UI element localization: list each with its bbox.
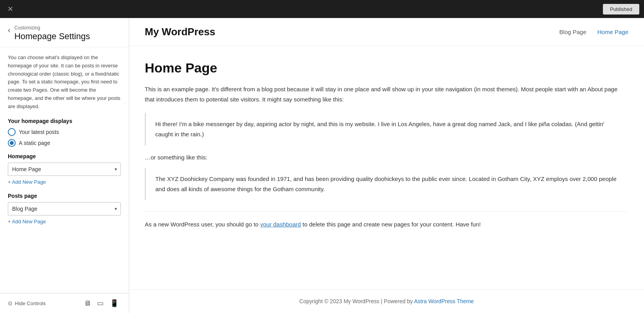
sidebar-content: You can choose what's displayed on the h… xyxy=(0,47,129,293)
footer-cta: As a new WordPress user, you should go t… xyxy=(145,219,628,230)
published-button[interactable]: Published xyxy=(603,4,639,14)
sidebar-bottom: ⊙ Hide Controls 🖥 ▭ 📱 xyxy=(0,293,129,313)
radio-static-page-input[interactable] xyxy=(8,139,16,147)
radio-static-page-inner xyxy=(10,141,14,145)
theme-link[interactable]: Astra WordPress Theme xyxy=(414,298,474,304)
footer-copyright: Copyright © 2023 My WordPress | Powered … xyxy=(299,298,414,304)
or-text: …or something like this: xyxy=(145,154,628,161)
site-footer: Copyright © 2023 My WordPress | Powered … xyxy=(129,289,644,313)
sidebar-title: Homepage Settings xyxy=(14,31,90,42)
tablet-view-button[interactable]: ▭ xyxy=(95,297,106,309)
radio-latest-posts-label: Your latest posts xyxy=(19,129,59,135)
footer-cta-before: As a new WordPress user, you should go t… xyxy=(145,221,260,228)
customizing-label: Customizing xyxy=(14,25,90,31)
preview-area: My WordPress Blog Page Home Page Home Pa… xyxy=(129,18,644,313)
mobile-view-button[interactable]: 📱 xyxy=(108,297,121,309)
footer-cta-after: to delete this page and create new pages… xyxy=(301,221,480,228)
page-heading: Home Page xyxy=(145,60,628,76)
site-title: My WordPress xyxy=(145,26,215,38)
radio-latest-posts[interactable]: Your latest posts xyxy=(8,128,121,136)
posts-page-select-wrapper: Blog Page Home Page Sample Page ▾ xyxy=(8,202,121,215)
page-intro: This is an example page. It's different … xyxy=(145,84,628,104)
page-divider xyxy=(145,211,628,212)
main-layout: ‹ Customizing Homepage Settings You can … xyxy=(0,18,644,313)
hide-controls-label: Hide Controls xyxy=(15,300,46,306)
radio-static-page-label: A static page xyxy=(19,140,50,146)
back-arrow-button[interactable]: ‹ xyxy=(8,26,11,34)
radio-latest-posts-input[interactable] xyxy=(8,128,16,136)
dashboard-link[interactable]: your dashboard xyxy=(260,221,301,228)
quote-block-1: Hi there! I'm a bike messenger by day, a… xyxy=(145,113,628,145)
posts-page-select[interactable]: Blog Page Home Page Sample Page xyxy=(8,202,121,215)
radio-static-page[interactable]: A static page xyxy=(8,139,121,147)
add-new-page-homepage-link[interactable]: + Add New Page xyxy=(8,179,46,185)
site-nav: Blog Page Home Page xyxy=(559,29,628,35)
posts-page-section-label: Posts page xyxy=(8,193,121,199)
close-button[interactable]: ✕ xyxy=(5,4,16,14)
add-new-page-posts-link[interactable]: + Add New Page xyxy=(8,219,46,224)
sidebar: ‹ Customizing Homepage Settings You can … xyxy=(0,18,129,313)
homepage-section-label: Homepage xyxy=(8,153,121,159)
quote-block-2: The XYZ Doohickey Company was founded in… xyxy=(145,168,628,200)
your-homepage-displays-label: Your homepage displays xyxy=(8,118,121,124)
description-text: You can choose what's displayed on the h… xyxy=(8,54,121,111)
homepage-select[interactable]: Home Page Blog Page Sample Page xyxy=(8,163,121,176)
hide-controls-button[interactable]: ⊙ Hide Controls xyxy=(8,300,46,306)
device-icons: 🖥 ▭ 📱 xyxy=(81,297,121,309)
top-bar: ✕ Published xyxy=(0,0,644,18)
nav-home-page[interactable]: Home Page xyxy=(597,29,628,35)
sidebar-header: ‹ Customizing Homepage Settings xyxy=(0,18,129,47)
nav-blog-page[interactable]: Blog Page xyxy=(559,29,586,35)
page-content: Home Page This is an example page. It's … xyxy=(129,46,644,289)
site-header: My WordPress Blog Page Home Page xyxy=(129,18,644,46)
hide-controls-icon: ⊙ xyxy=(8,300,13,306)
homepage-select-wrapper: Home Page Blog Page Sample Page ▾ xyxy=(8,163,121,176)
desktop-view-button[interactable]: 🖥 xyxy=(81,297,93,309)
